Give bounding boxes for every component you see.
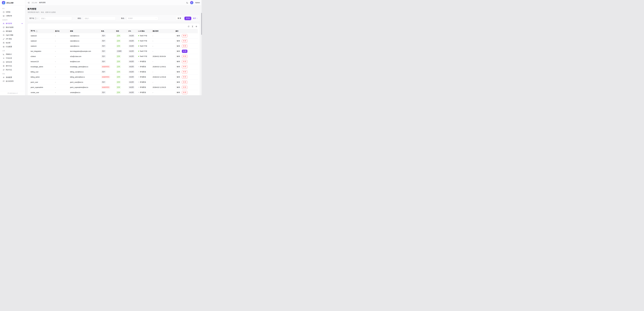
edit-button[interactable]: 编辑 bbox=[176, 65, 181, 68]
cell-actions: 编辑禁用 bbox=[174, 75, 198, 80]
cell-llm-route: 本地直连 bbox=[137, 75, 151, 80]
twofa-badge: 未启用 bbox=[128, 86, 134, 89]
disable-button[interactable]: 禁用 bbox=[182, 70, 188, 74]
cell-2fa: 未启用 bbox=[127, 85, 137, 90]
cell-role: 用户 bbox=[100, 90, 115, 95]
edit-button[interactable]: 编辑 bbox=[176, 70, 181, 74]
cell-actions: 编辑禁用 bbox=[174, 59, 198, 64]
edit-button[interactable]: 编辑 bbox=[176, 50, 181, 53]
sidebar-item-sync-logs[interactable]: 同步日志 bbox=[2, 68, 24, 72]
edit-button[interactable]: 编辑 bbox=[176, 91, 181, 94]
sidebar-item-billing[interactable]: 计费管理 bbox=[2, 14, 24, 18]
disable-button[interactable]: 禁用 bbox=[182, 39, 188, 43]
cell-email: rate3@test.io bbox=[69, 33, 100, 39]
disable-button[interactable]: 禁用 bbox=[182, 86, 188, 89]
username-input[interactable] bbox=[40, 17, 72, 20]
disable-button[interactable]: 禁用 bbox=[182, 65, 188, 68]
cell-status: 正常 bbox=[115, 75, 127, 80]
disable-button[interactable]: 禁用 bbox=[182, 75, 188, 79]
cell-last-login: - bbox=[151, 39, 174, 44]
search-button[interactable]: 查询 bbox=[184, 17, 191, 20]
column-header: 操作 bbox=[174, 29, 198, 33]
avatar-initial: A bbox=[191, 2, 192, 4]
sidebar-item-knowledge[interactable]: 知识库 bbox=[2, 41, 24, 45]
table-body: ratetest3-rate3@test.io用户正常未启用SaaS 中转-编辑… bbox=[29, 33, 198, 95]
cell-status: 正常 bbox=[115, 64, 127, 69]
cell-status: 正常 bbox=[115, 59, 127, 64]
route-status-dot bbox=[138, 56, 139, 57]
sidebar-item-api-keys[interactable]: API 密钥 bbox=[2, 37, 24, 41]
sidebar-item-usage[interactable]: 用量统计 bbox=[2, 52, 24, 56]
refresh-icon[interactable] bbox=[188, 26, 190, 28]
sidebar-item-prompts[interactable]: 提示词管理 bbox=[2, 79, 24, 83]
logo-letter: Z bbox=[3, 2, 4, 4]
table-toolbar bbox=[29, 25, 198, 29]
sidebar-item-label: 用量统计 bbox=[6, 53, 12, 56]
sidebar-item-roles[interactable]: 角色与权限 bbox=[2, 25, 24, 29]
cloud-icon bbox=[3, 30, 5, 32]
role-select[interactable]: 请选择 bbox=[126, 16, 158, 20]
edit-button[interactable]: 编辑 bbox=[176, 75, 181, 79]
column-header: 角色 bbox=[100, 29, 115, 33]
sidebar-item-industry[interactable]: 行业配置 bbox=[2, 45, 24, 49]
cell-role: 超级管理员 bbox=[100, 75, 115, 80]
cell-last-login: - bbox=[151, 69, 174, 75]
sidebar: Z ZCLAW 核心仪表盘计费管理资源管理账号管理角色与权限模型服务Agent … bbox=[0, 0, 25, 95]
file-icon bbox=[3, 65, 5, 67]
cell-display-name: - bbox=[54, 64, 69, 69]
disable-button[interactable]: 禁用 bbox=[182, 55, 188, 58]
sidebar-item-op-logs[interactable]: 操作日志 bbox=[2, 64, 24, 68]
app-logo[interactable]: Z ZCLAW bbox=[0, 0, 25, 6]
disable-button[interactable]: 禁用 bbox=[182, 45, 188, 48]
twofa-badge: 未启用 bbox=[128, 40, 134, 42]
route-status-dot bbox=[138, 61, 139, 62]
sidebar-section-label: 运维 bbox=[2, 50, 23, 52]
email-input[interactable] bbox=[83, 17, 116, 20]
sidebar-item-dashboard[interactable]: 仪表盘 bbox=[2, 10, 24, 14]
sidebar-item-agent-templates[interactable]: Agent 模板 bbox=[2, 33, 24, 37]
sidebar-item-models[interactable]: 模型服务 bbox=[2, 29, 24, 33]
cell-username: perm_user bbox=[29, 80, 54, 85]
sidebar-item-cron-tasks[interactable]: 定时任务 bbox=[2, 60, 24, 64]
role-badge: 用户 bbox=[101, 91, 106, 94]
page-title: 账号管理 bbox=[28, 8, 200, 11]
edit-button[interactable]: 编辑 bbox=[176, 60, 181, 63]
sidebar-item-sys-config[interactable]: 系统配置 bbox=[2, 75, 24, 79]
column-header: LLM 路由 bbox=[137, 29, 151, 33]
sidebar-item-relay-tasks[interactable]: 中转任务 bbox=[2, 56, 24, 60]
sidebar-item-label: 提示词管理 bbox=[6, 80, 14, 82]
disable-button[interactable]: 禁用 bbox=[182, 81, 188, 84]
edit-button[interactable]: 编辑 bbox=[176, 34, 181, 37]
menu-fold-icon[interactable] bbox=[28, 2, 30, 4]
edit-button[interactable]: 编辑 bbox=[176, 81, 181, 84]
cell-username: e2etest bbox=[29, 54, 54, 59]
filter-username-label: 用户名 ? ： bbox=[29, 17, 39, 20]
breadcrumb-root[interactable]: ZCLAW bbox=[32, 2, 37, 4]
settings-gear-icon[interactable] bbox=[196, 26, 197, 28]
disable-button[interactable]: 禁用 bbox=[182, 60, 188, 63]
edit-button[interactable]: 编辑 bbox=[176, 86, 181, 89]
avatar[interactable]: A bbox=[190, 1, 193, 4]
dark-mode-toggle-moon-icon[interactable] bbox=[186, 2, 188, 4]
disable-button[interactable]: 禁用 bbox=[182, 34, 188, 37]
expand-toggle[interactable]: 展开 bbox=[193, 17, 198, 20]
enable-button[interactable]: 启用 bbox=[182, 50, 188, 53]
sidebar-item-label: 系统配置 bbox=[6, 76, 12, 79]
cell-username: testuser123 bbox=[29, 59, 54, 64]
page-scrollbar-track[interactable] bbox=[201, 0, 202, 95]
page-scrollbar-thumb[interactable] bbox=[201, 13, 202, 35]
reset-button[interactable]: 重置 bbox=[176, 17, 183, 20]
disable-button[interactable]: 禁用 bbox=[182, 91, 188, 94]
sidebar-item-accounts[interactable]: 账号管理 bbox=[2, 22, 24, 25]
edit-button[interactable]: 编辑 bbox=[176, 39, 181, 43]
table-row: perm_user-perm_user@test.io用户正常未启用本地直连-编… bbox=[29, 80, 198, 85]
gear-icon bbox=[3, 76, 5, 78]
app-window: Z ZCLAW 核心仪表盘计费管理资源管理账号管理角色与权限模型服务Agent … bbox=[0, 0, 202, 95]
edit-button[interactable]: 编辑 bbox=[176, 55, 181, 58]
user-name[interactable]: Admin bbox=[195, 2, 200, 4]
cell-status: 正常 bbox=[115, 33, 127, 39]
role-badge: 用户 bbox=[101, 50, 106, 53]
cell-email: perm_superadmin@test.io bbox=[69, 85, 100, 90]
edit-button[interactable]: 编辑 bbox=[176, 45, 181, 48]
row-height-icon[interactable] bbox=[192, 26, 194, 28]
